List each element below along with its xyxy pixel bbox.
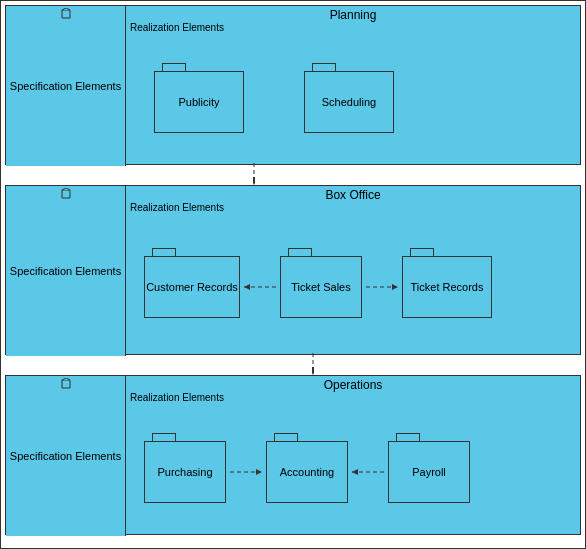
purchasing-wrapper: Purchasing [144,433,226,503]
operations-title: Operations [126,376,580,392]
svg-marker-5 [392,284,398,290]
payroll-label: Payroll [412,466,446,478]
spec-panel-planning: Specification Elements [6,6,126,166]
scheduling-label: Scheduling [322,96,376,108]
spec-panel-label-boxoffice: Specification Elements [10,265,121,277]
svg-marker-11 [352,469,358,475]
connector-boxoffice-operations [5,361,581,369]
planning-title: Planning [126,6,580,22]
svg-marker-1 [253,177,255,185]
fold-icon-planning [58,8,74,20]
arrow-ticketsales-ticketrecords [362,277,402,297]
ticket-sales-wrapper: Ticket Sales [280,248,362,318]
boxoffice-swimlane: Specification Elements Box Office Realiz… [5,185,581,355]
arrow-customers-ticketsales [240,277,280,297]
boxoffice-title: Box Office [126,186,580,202]
scheduling-tab [312,63,336,71]
ticket-sales-label: Ticket Sales [291,281,351,293]
operations-components: Purchasing Accounting [126,407,580,534]
svg-marker-7 [312,367,314,375]
boxoffice-real-label: Realization Elements [126,202,580,213]
payroll-wrapper: Payroll [388,433,470,503]
fold-icon-operations [58,378,74,390]
scheduling-box: Scheduling [304,71,394,133]
purchasing-label: Purchasing [157,466,212,478]
connector-planning-boxoffice [5,171,581,179]
ticket-records-tab [410,248,434,256]
arrow-payroll-accounting [348,462,388,482]
payroll-tab [396,433,420,441]
ticket-records-box: Ticket Records [402,256,492,318]
fold-icon-boxoffice [58,188,74,200]
diagram-container: Specification Elements Planning Realizat… [0,0,586,549]
customer-records-label: Customer Records [146,281,238,293]
real-panel-boxoffice: Box Office Realization Elements Customer… [126,186,580,354]
operations-swimlane: Specification Elements Operations Realiz… [5,375,581,535]
real-panel-planning: Planning Realization Elements Publicity … [126,6,580,164]
accounting-box: Accounting [266,441,348,503]
planning-swimlane: Specification Elements Planning Realizat… [5,5,581,165]
spec-panel-label-operations: Specification Elements [10,450,121,462]
accounting-tab [274,433,298,441]
publicity-wrapper: Publicity [154,63,244,133]
spec-panel-operations: Specification Elements [6,376,126,536]
spec-panel-label-planning: Specification Elements [10,80,121,92]
svg-marker-3 [244,284,250,290]
real-panel-operations: Operations Realization Elements Purchasi… [126,376,580,534]
planning-real-label: Realization Elements [126,22,580,33]
purchasing-box: Purchasing [144,441,226,503]
spec-panel-boxoffice: Specification Elements [6,186,126,356]
ticket-records-wrapper: Ticket Records [402,248,492,318]
planning-components: Publicity Scheduling [126,37,580,164]
scheduling-wrapper: Scheduling [304,63,394,133]
boxoffice-components: Customer Records Ticket Sales [126,217,580,354]
svg-marker-9 [256,469,262,475]
ticket-sales-box: Ticket Sales [280,256,362,318]
arrow-purchasing-accounting [226,462,266,482]
customer-records-wrapper: Customer Records [144,248,240,318]
accounting-wrapper: Accounting [266,433,348,503]
ticket-sales-tab [288,248,312,256]
publicity-label: Publicity [179,96,220,108]
publicity-box: Publicity [154,71,244,133]
payroll-box: Payroll [388,441,470,503]
accounting-label: Accounting [280,466,334,478]
customer-records-box: Customer Records [144,256,240,318]
operations-real-label: Realization Elements [126,392,580,403]
ticket-records-label: Ticket Records [411,281,484,293]
purchasing-tab [152,433,176,441]
customer-records-tab [152,248,176,256]
publicity-tab [162,63,186,71]
